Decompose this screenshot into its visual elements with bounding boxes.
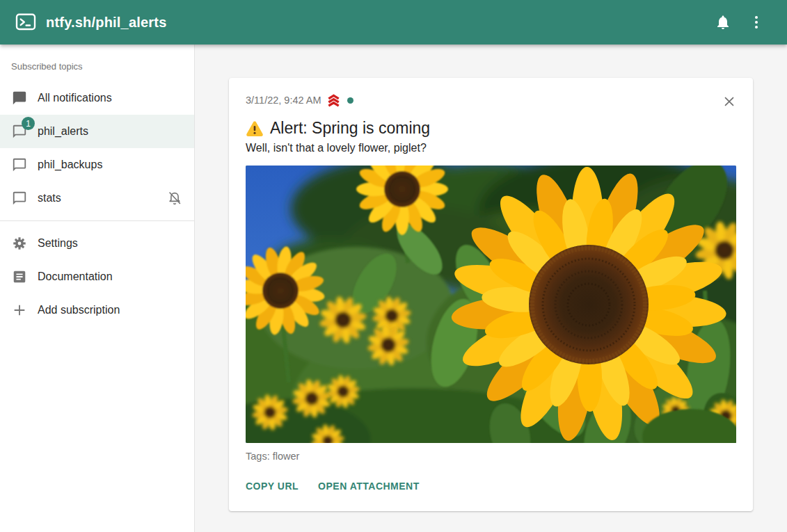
sidebar-item-stats[interactable]: stats (0, 182, 194, 215)
sidebar-item-phil-backups[interactable]: phil_backups (0, 148, 194, 182)
chat-outline-icon (11, 156, 28, 173)
terminal-icon (15, 13, 36, 32)
max-priority-chevrons-icon (326, 92, 342, 108)
bell-off-icon (166, 190, 183, 207)
main-content: 3/11/22, 9:42 AM (195, 45, 787, 532)
overflow-menu-button[interactable] (740, 6, 773, 39)
sidebar-item-label: Add subscription (38, 304, 120, 316)
notification-timestamp: 3/11/22, 9:42 AM (246, 95, 321, 106)
subscribed-topics-label: Subscribed topics (0, 51, 194, 81)
sidebar-item-label: Settings (38, 237, 78, 250)
notification-title: Alert: Spring is coming (270, 119, 430, 138)
page-title: ntfy.sh/phil_alerts (46, 15, 166, 31)
close-button[interactable] (715, 88, 743, 115)
sidebar-divider (0, 220, 194, 221)
sidebar-item-documentation[interactable]: Documentation (0, 260, 194, 293)
sidebar-item-label: All notifications (38, 92, 112, 104)
sidebar-item-all-notifications[interactable]: All notifications (0, 81, 194, 115)
notifications-bell-button[interactable] (706, 6, 740, 39)
overflow-menu-icon (748, 14, 765, 31)
sidebar-item-label: phil_alerts (38, 125, 88, 138)
plus-icon (11, 302, 28, 319)
notification-body: Well, isn't that a lovely flower, piglet… (246, 142, 736, 154)
notification-card: 3/11/22, 9:42 AM (229, 78, 753, 511)
sidebar-item-label: Documentation (38, 271, 113, 283)
sidebar: Subscribed topics All notifications 1 ph… (0, 45, 195, 532)
unread-count-badge: 1 (22, 117, 35, 130)
close-icon (722, 94, 737, 109)
sidebar-item-add-subscription[interactable]: Add subscription (0, 293, 194, 327)
sidebar-item-phil-alerts[interactable]: 1 phil_alerts (0, 115, 194, 148)
warning-emoji-icon (246, 120, 264, 137)
new-message-dot (347, 97, 353, 104)
sidebar-item-settings[interactable]: Settings (0, 227, 194, 260)
open-attachment-button[interactable]: OPEN ATTACHMENT (318, 476, 420, 496)
app-bar: ntfy.sh/phil_alerts (0, 0, 787, 45)
gear-icon (11, 235, 28, 252)
attachment-image[interactable] (246, 166, 736, 443)
sidebar-item-label: phil_backups (38, 159, 102, 171)
notification-tags: Tags: flower (246, 451, 736, 462)
chat-outline-icon (11, 190, 28, 207)
document-icon (11, 268, 28, 285)
chat-filled-icon (11, 90, 28, 106)
copy-url-button[interactable]: COPY URL (246, 476, 299, 496)
notifications-bell-icon (715, 14, 731, 31)
sidebar-item-label: stats (38, 192, 61, 204)
